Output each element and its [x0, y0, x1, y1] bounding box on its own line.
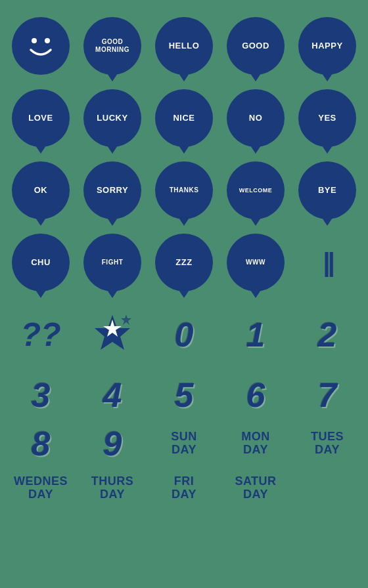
- bubble-label-good: GOOD: [242, 41, 269, 51]
- bubble-label-chu: CHU: [31, 257, 51, 268]
- bubble-label-bye: BYE: [318, 185, 336, 196]
- bubble-label-fight: FIGHT: [102, 259, 124, 266]
- cell-www[interactable]: WWW: [221, 230, 290, 295]
- day-tuesday: TUESDAY: [311, 430, 344, 457]
- number-9: 9: [103, 427, 122, 461]
- cell-num-8[interactable]: 8: [7, 423, 75, 465]
- number-1: 1: [246, 318, 265, 352]
- bubble-www: WWW: [227, 234, 285, 291]
- svg-point-0: [32, 38, 37, 43]
- number-7: 7: [318, 378, 337, 412]
- number-8: 8: [32, 427, 51, 461]
- cell-num-2[interactable]: 2: [293, 302, 361, 368]
- bubble-nice: NICE: [155, 89, 213, 147]
- cell-sorry[interactable]: SORRY: [78, 158, 147, 223]
- cell-num-9[interactable]: 9: [78, 423, 147, 465]
- question-mark-symbol: ??: [20, 318, 60, 351]
- svg-point-1: [45, 38, 50, 43]
- bubble-label-good-morning: GOODMORNING: [95, 38, 129, 54]
- star-container: [83, 306, 141, 364]
- bubble-happy: HAPPY: [298, 17, 356, 75]
- cell-ok[interactable]: OK: [7, 158, 75, 223]
- cell-num-5[interactable]: 5: [150, 374, 218, 416]
- cell-no[interactable]: NO: [221, 85, 290, 151]
- day-monday: MONDAY: [241, 430, 270, 457]
- day-thursday: THURSDAY: [91, 475, 134, 501]
- bubble-label-ok: OK: [34, 185, 48, 196]
- bubble-welcome: WELCOME: [227, 161, 285, 219]
- bubble-label-zzz: ZZZ: [175, 257, 192, 268]
- bubble-lucky: LUCKY: [83, 89, 141, 147]
- bubble-label-welcome: WELCOME: [239, 187, 273, 194]
- bubble-label-lucky: LUCKY: [97, 113, 127, 123]
- cell-num-6[interactable]: 6: [221, 374, 290, 416]
- bubble-label-nice: NICE: [173, 113, 195, 123]
- cell-good[interactable]: GOOD: [221, 13, 290, 79]
- bubble-sorry: SORRY: [83, 161, 141, 219]
- cell-num-1[interactable]: 1: [221, 302, 290, 368]
- cell-num-0[interactable]: 0: [150, 302, 218, 368]
- cell-thanks[interactable]: THANKS: [150, 158, 218, 223]
- cell-happy[interactable]: HAPPY: [293, 13, 361, 79]
- cell-pipes[interactable]: ||: [293, 230, 361, 295]
- bubble-label-happy: HAPPY: [311, 41, 342, 51]
- bubble-ok: OK: [12, 161, 70, 219]
- smiley-bubble: [12, 17, 70, 75]
- cell-welcome[interactable]: WELCOME: [221, 158, 290, 223]
- cell-yes[interactable]: YES: [293, 85, 361, 151]
- number-5: 5: [175, 378, 194, 412]
- number-2: 2: [318, 318, 337, 352]
- svg-marker-3: [121, 314, 131, 325]
- cell-sunday[interactable]: SUNDAY: [150, 423, 218, 465]
- cell-smiley[interactable]: [7, 13, 75, 79]
- bubble-label-sorry: SORRY: [97, 185, 128, 196]
- bubble-hello: HELLO: [155, 17, 213, 75]
- cell-lucky[interactable]: LUCKY: [78, 85, 147, 151]
- day-wednesday: WEDNESDAY: [14, 475, 68, 501]
- day-friday: FRIDAY: [172, 475, 196, 501]
- cell-good-morning[interactable]: GOODMORNING: [78, 13, 147, 79]
- bubble-thanks: THANKS: [155, 161, 213, 219]
- cell-zzz[interactable]: ZZZ: [150, 230, 218, 295]
- cell-bye[interactable]: BYE: [293, 158, 361, 223]
- cell-thursday[interactable]: THURSDAY: [78, 471, 147, 505]
- bubble-label-yes: YES: [318, 113, 336, 123]
- bubble-label-no: NO: [249, 113, 263, 123]
- cell-num-3[interactable]: 3: [7, 374, 75, 416]
- cell-wednesday[interactable]: WEDNESDAY: [7, 471, 75, 505]
- day-saturday: SATURDAY: [235, 475, 276, 501]
- bubble-label-hello: HELLO: [169, 41, 200, 51]
- cell-star[interactable]: [78, 302, 147, 368]
- cell-num-7[interactable]: 7: [293, 374, 361, 416]
- cell-friday[interactable]: FRIDAY: [150, 471, 218, 505]
- bubble-bye: BYE: [298, 161, 356, 219]
- cell-saturday[interactable]: SATURDAY: [221, 471, 290, 505]
- cell-hello[interactable]: HELLO: [150, 13, 218, 79]
- bubble-chu: CHU: [12, 234, 70, 291]
- cell-tuesday[interactable]: TUESDAY: [293, 423, 361, 465]
- cell-monday[interactable]: MONDAY: [221, 423, 290, 465]
- bubble-love: LOVE: [12, 89, 70, 147]
- bubble-good: GOOD: [227, 17, 285, 75]
- bubble-good-morning: GOODMORNING: [83, 17, 141, 75]
- bubble-zzz: ZZZ: [155, 234, 213, 291]
- bubble-yes: YES: [298, 89, 356, 147]
- cell-fight[interactable]: FIGHT: [78, 230, 147, 295]
- day-sunday: SUNDAY: [171, 430, 197, 457]
- bubble-label-www: WWW: [246, 259, 265, 266]
- cell-question-marks[interactable]: ??: [7, 302, 75, 368]
- bubble-label-thanks: THANKS: [170, 186, 199, 194]
- cell-nice[interactable]: NICE: [150, 85, 218, 151]
- bubble-label-love: LOVE: [28, 113, 53, 123]
- pipes-symbol: ||: [323, 248, 332, 278]
- number-3: 3: [32, 378, 51, 412]
- emoji-grid: GOODMORNING HELLO GOOD HAPPY LOVE LUCKY …: [7, 13, 361, 505]
- bubble-fight: FIGHT: [83, 234, 141, 291]
- cell-empty: [293, 471, 361, 505]
- number-4: 4: [103, 378, 122, 412]
- number-6: 6: [246, 378, 265, 412]
- bubble-no: NO: [227, 89, 285, 147]
- cell-num-4[interactable]: 4: [78, 374, 147, 416]
- cell-love[interactable]: LOVE: [7, 85, 75, 151]
- cell-chu[interactable]: CHU: [7, 230, 75, 295]
